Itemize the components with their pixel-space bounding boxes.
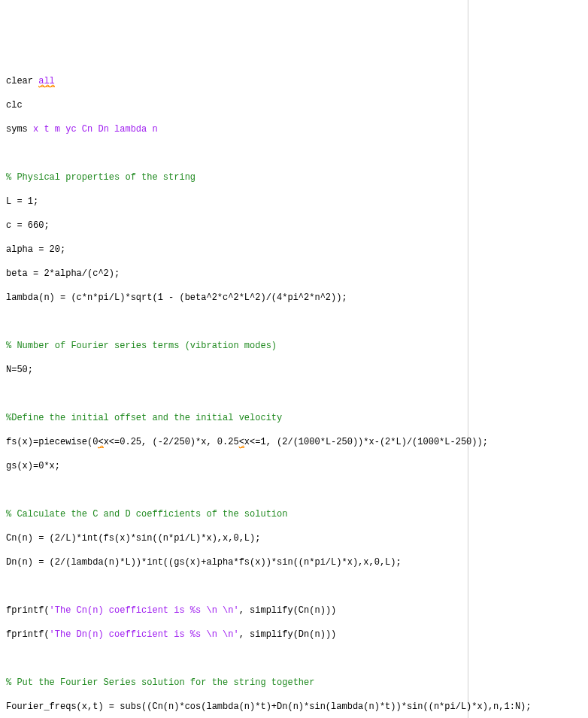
code-text: N=50; <box>6 365 33 375</box>
code-line: L = 1; <box>3 195 585 208</box>
code-text: , simplify(Cn(n))) <box>239 605 337 616</box>
code-text: gs(x)=0*x; <box>6 461 60 471</box>
code-text: clc <box>6 100 23 111</box>
code-text: fs(x)=piecewise(0 <box>6 437 98 447</box>
code-line: Fourier_freqs(x,t) = subs((Cn(n)*cos(lam… <box>3 701 585 713</box>
code-text: x<=1, (2/(1000*L-250))*x-(2*L)/(1000*L-2… <box>244 437 488 447</box>
code-text: syms <box>6 124 33 135</box>
code-line: fs(x)=piecewise(0<x<=0.25, (-2/250)*x, 0… <box>3 436 585 448</box>
code-editor-content: clear all clc syms x t m yc Cn Dn lambda… <box>3 63 585 718</box>
code-blank-line <box>3 580 585 592</box>
code-line: % Number of Fourier series terms (vibrat… <box>3 340 585 352</box>
code-comment: %Define the initial offset and the initi… <box>6 413 282 423</box>
code-comment: % Number of Fourier series terms (vibrat… <box>6 341 277 351</box>
code-line: syms x t m yc Cn Dn lambda n <box>3 123 585 135</box>
code-comment: % Calculate the C and D coefficients of … <box>6 509 287 520</box>
code-text: L = 1; <box>6 196 38 207</box>
code-line: fprintf('The Dn(n) coefficient is %s \n … <box>3 629 585 641</box>
code-line: c = 660; <box>3 220 585 232</box>
code-line: lambda(n) = (c*n*pi/L)*sqrt(1 - (beta^2*… <box>3 292 585 304</box>
code-warn-token: < <box>239 437 244 448</box>
code-string: 'The Dn(n) coefficient is %s \n \n' <box>50 629 239 640</box>
code-blank-line <box>3 653 585 665</box>
code-string: 'The Cn(n) coefficient is %s \n \n' <box>50 605 239 616</box>
code-text: c = 660; <box>6 220 50 231</box>
code-line: Cn(n) = (2/L)*int(fs(x)*sin((n*pi/L)*x),… <box>3 532 585 544</box>
code-line: clc <box>3 99 585 111</box>
code-line: alpha = 20; <box>3 244 585 256</box>
code-text: alpha = 20; <box>6 244 65 255</box>
code-warn-token: all <box>38 76 55 87</box>
code-line: clear all <box>3 75 585 87</box>
code-text: fprintf( <box>6 629 50 640</box>
code-text: Cn(n) = (2/L)*int(fs(x)*sin((n*pi/L)*x),… <box>6 533 260 544</box>
code-line: N=50; <box>3 364 585 376</box>
code-blank-line <box>3 316 585 328</box>
code-line: % Physical properties of the string <box>3 171 585 183</box>
code-text: clear <box>6 76 38 86</box>
code-line: % Calculate the C and D coefficients of … <box>3 508 585 520</box>
code-text: x<=0.25, (-2/250)*x, 0.25 <box>104 437 239 447</box>
code-blank-line <box>3 484 585 496</box>
code-text: , simplify(Dn(n))) <box>239 629 337 640</box>
code-text: fprintf( <box>6 605 50 616</box>
code-comment: % Put the Fourier Series solution for th… <box>6 677 314 688</box>
code-text: Fourier_freqs(x,t) = subs((Cn(n)*cos(lam… <box>6 701 532 712</box>
code-line: beta = 2*alpha/(c^2); <box>3 268 585 280</box>
code-text: lambda(n) = (c*n*pi/L)*sqrt(1 - (beta^2*… <box>6 292 347 303</box>
code-syms: x t m yc Cn Dn lambda n <box>33 124 158 135</box>
code-line: % Put the Fourier Series solution for th… <box>3 677 585 689</box>
code-blank-line <box>3 147 585 159</box>
code-warn-token: < <box>98 437 103 448</box>
code-line: %Define the initial offset and the initi… <box>3 412 585 424</box>
code-blank-line <box>3 388 585 400</box>
code-text: beta = 2*alpha/(c^2); <box>6 268 120 279</box>
code-comment: % Physical properties of the string <box>6 172 195 183</box>
code-line: Dn(n) = (2/(lambda(n)*L))*int((gs(x)+alp… <box>3 556 585 568</box>
code-line: gs(x)=0*x; <box>3 460 585 472</box>
code-line: fprintf('The Cn(n) coefficient is %s \n … <box>3 604 585 617</box>
code-text: Dn(n) = (2/(lambda(n)*L))*int((gs(x)+alp… <box>6 557 402 568</box>
